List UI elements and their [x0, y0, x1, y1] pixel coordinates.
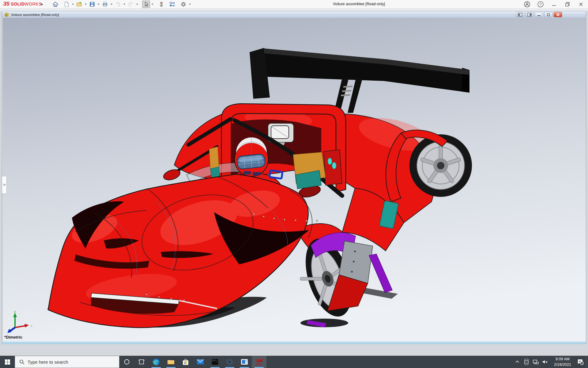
undo-button[interactable] [114, 1, 122, 8]
start-button[interactable] [0, 356, 15, 368]
main-toolbar [51, 0, 192, 9]
tray-cast-button[interactable] [522, 356, 531, 368]
doc-close-button[interactable] [554, 12, 562, 17]
search-input[interactable] [28, 359, 107, 365]
view-orientation-label: *Dimetric [4, 335, 22, 339]
tray-network-button[interactable] [531, 356, 540, 368]
window-frame-strip [0, 9, 588, 11]
brand-works: WORKS [25, 2, 42, 6]
properties-list-icon [169, 1, 175, 7]
cortana-icon [124, 359, 130, 365]
taskbar-app-edge[interactable] [149, 356, 164, 368]
select-tool-dropdown[interactable] [152, 4, 153, 5]
ethernet-icon [533, 359, 539, 365]
file-explorer-icon [167, 358, 175, 366]
account-button[interactable] [522, 0, 532, 8]
save-button[interactable] [88, 1, 96, 8]
document-titlebar[interactable]: Voiture assomblee [Read-only] [2, 11, 586, 18]
new-document-button[interactable] [62, 1, 70, 8]
taskbar-app-store[interactable] [178, 356, 193, 368]
options-button[interactable] [179, 1, 187, 8]
cursor-arrow-icon [143, 2, 149, 7]
triad-x-label: x [31, 324, 32, 328]
save-floppy-icon [89, 1, 95, 7]
cortana-button[interactable] [119, 356, 134, 368]
traffic-light-icon [159, 1, 164, 7]
options-dropdown[interactable] [189, 4, 191, 5]
print-icon [102, 1, 108, 7]
doc-minimize-icon [537, 13, 541, 17]
graphics-viewport[interactable] [2, 18, 586, 342]
minimize-button[interactable] [549, 0, 559, 8]
solidworks-app-icon: SW 2021 [256, 358, 262, 366]
doc-minimize-button[interactable] [535, 12, 543, 17]
viewport-ground-strip [2, 342, 586, 344]
tray-clock[interactable]: 9:09 AM 2/19/2021 [552, 356, 573, 367]
help-button[interactable]: ? [536, 0, 545, 8]
help-icon: ? [537, 1, 544, 8]
search-icon [19, 359, 24, 365]
taskbar-app-edrawings[interactable] [222, 356, 237, 368]
taskbar-search[interactable] [15, 356, 119, 368]
wireless-display-icon [523, 359, 530, 365]
pane-left-icon [518, 13, 522, 17]
window-app-icon [240, 358, 248, 366]
race-car-model[interactable] [2, 18, 586, 342]
tray-chevron-button[interactable] [513, 356, 522, 368]
task-view-button[interactable] [134, 356, 149, 368]
taskbar-app-mail[interactable] [193, 356, 208, 368]
gear-icon [180, 1, 187, 7]
svg-text:?: ? [540, 2, 542, 7]
doc-close-icon [556, 13, 560, 17]
undo-icon [115, 1, 121, 7]
print-button[interactable] [101, 1, 109, 8]
speaker-muted-icon [542, 359, 548, 365]
print-dropdown[interactable] [111, 4, 112, 5]
feature-manager-collapsed-tab[interactable] [2, 176, 7, 194]
brand-solid: SOLID [11, 2, 24, 6]
undo-dropdown[interactable] [123, 4, 125, 5]
taskbar-app-solidworks[interactable]: SW 2021 [252, 356, 266, 368]
windows-logo-icon [5, 359, 10, 365]
brand-mark: ЗS [3, 1, 9, 7]
redo-dropdown[interactable] [136, 4, 138, 5]
close-button[interactable] [576, 0, 586, 8]
doc-restore-button[interactable] [544, 12, 552, 17]
save-dropdown[interactable] [98, 4, 100, 5]
rebuild-button[interactable] [157, 1, 165, 8]
redo-button[interactable] [127, 1, 135, 8]
command-prompt-icon: C:\_ [211, 358, 219, 366]
show-desktop-button[interactable] [586, 356, 588, 368]
home-icon [52, 1, 58, 7]
task-view-icon [138, 359, 145, 365]
pane-right-button[interactable] [525, 12, 533, 17]
window-bottom-frame [0, 344, 588, 356]
visor [237, 154, 266, 169]
open-dropdown[interactable] [85, 4, 87, 5]
app-titlebar: ЗS SOLID WORKS ▶ [0, 0, 588, 9]
properties-button[interactable] [168, 1, 176, 8]
store-icon [182, 358, 190, 366]
open-button[interactable] [75, 1, 83, 8]
taskbar-app-command-prompt[interactable]: C:\_ [208, 356, 222, 368]
menu-expand-arrow-icon[interactable]: ▶ [41, 2, 43, 6]
new-document-dropdown[interactable] [72, 4, 74, 5]
close-icon [579, 2, 583, 7]
orientation-triad: y x [6, 309, 35, 335]
chevron-up-icon [515, 359, 520, 364]
taskbar-app-file-explorer[interactable] [164, 356, 178, 368]
home-button[interactable] [51, 1, 59, 8]
new-document-icon [63, 1, 70, 7]
select-tool-button[interactable] [142, 1, 150, 8]
restore-button[interactable] [563, 0, 572, 8]
notification-badge: 1 [581, 362, 582, 365]
restore-icon [565, 2, 570, 7]
document-title: Voiture assomblee [Read-only] [11, 13, 59, 17]
pane-left-button[interactable] [516, 12, 524, 17]
open-folder-icon [76, 1, 82, 7]
taskbar-app-remote-desktop[interactable] [237, 356, 252, 368]
tray-volume-button[interactable] [540, 356, 549, 368]
edge-icon [152, 358, 160, 366]
action-center-button[interactable]: 1 [576, 356, 585, 368]
solidworks-logo: ЗS SOLID WORKS [3, 1, 42, 7]
